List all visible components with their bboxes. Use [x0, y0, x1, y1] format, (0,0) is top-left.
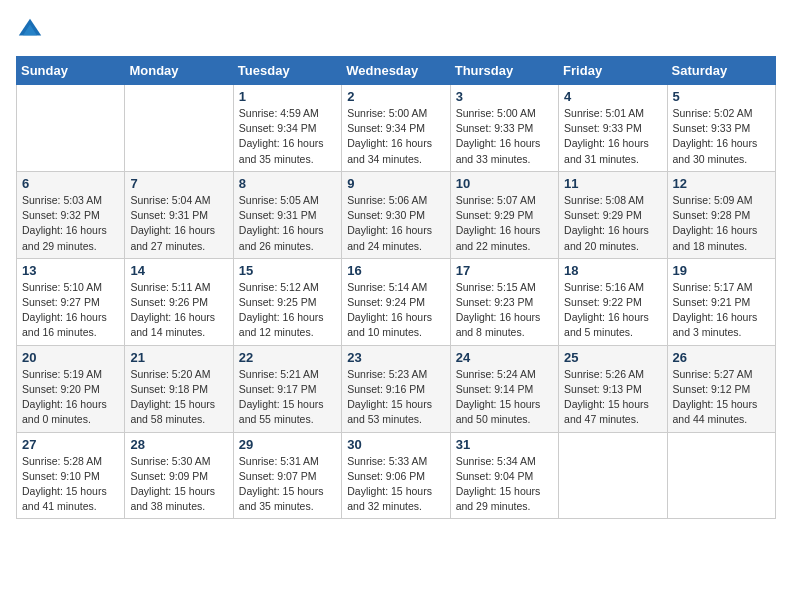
calendar-cell: 23Sunrise: 5:23 AM Sunset: 9:16 PM Dayli…	[342, 345, 450, 432]
logo	[16, 16, 48, 44]
day-info: Sunrise: 5:07 AM Sunset: 9:29 PM Dayligh…	[456, 193, 553, 254]
calendar-cell: 19Sunrise: 5:17 AM Sunset: 9:21 PM Dayli…	[667, 258, 775, 345]
day-info: Sunrise: 5:11 AM Sunset: 9:26 PM Dayligh…	[130, 280, 227, 341]
day-number: 8	[239, 176, 336, 191]
calendar-cell: 11Sunrise: 5:08 AM Sunset: 9:29 PM Dayli…	[559, 171, 667, 258]
calendar-cell: 1Sunrise: 4:59 AM Sunset: 9:34 PM Daylig…	[233, 85, 341, 172]
weekday-header: Tuesday	[233, 57, 341, 85]
calendar-cell: 14Sunrise: 5:11 AM Sunset: 9:26 PM Dayli…	[125, 258, 233, 345]
calendar-cell	[667, 432, 775, 519]
day-number: 10	[456, 176, 553, 191]
weekday-header: Wednesday	[342, 57, 450, 85]
calendar-week-row: 20Sunrise: 5:19 AM Sunset: 9:20 PM Dayli…	[17, 345, 776, 432]
calendar-cell: 3Sunrise: 5:00 AM Sunset: 9:33 PM Daylig…	[450, 85, 558, 172]
day-info: Sunrise: 5:02 AM Sunset: 9:33 PM Dayligh…	[673, 106, 770, 167]
day-info: Sunrise: 5:12 AM Sunset: 9:25 PM Dayligh…	[239, 280, 336, 341]
calendar-cell: 7Sunrise: 5:04 AM Sunset: 9:31 PM Daylig…	[125, 171, 233, 258]
calendar-cell: 9Sunrise: 5:06 AM Sunset: 9:30 PM Daylig…	[342, 171, 450, 258]
day-number: 5	[673, 89, 770, 104]
calendar-cell: 5Sunrise: 5:02 AM Sunset: 9:33 PM Daylig…	[667, 85, 775, 172]
day-number: 17	[456, 263, 553, 278]
day-info: Sunrise: 5:00 AM Sunset: 9:34 PM Dayligh…	[347, 106, 444, 167]
day-info: Sunrise: 5:01 AM Sunset: 9:33 PM Dayligh…	[564, 106, 661, 167]
day-info: Sunrise: 5:10 AM Sunset: 9:27 PM Dayligh…	[22, 280, 119, 341]
day-info: Sunrise: 4:59 AM Sunset: 9:34 PM Dayligh…	[239, 106, 336, 167]
calendar-cell: 24Sunrise: 5:24 AM Sunset: 9:14 PM Dayli…	[450, 345, 558, 432]
day-number: 12	[673, 176, 770, 191]
calendar-cell: 2Sunrise: 5:00 AM Sunset: 9:34 PM Daylig…	[342, 85, 450, 172]
day-info: Sunrise: 5:17 AM Sunset: 9:21 PM Dayligh…	[673, 280, 770, 341]
day-info: Sunrise: 5:05 AM Sunset: 9:31 PM Dayligh…	[239, 193, 336, 254]
day-info: Sunrise: 5:16 AM Sunset: 9:22 PM Dayligh…	[564, 280, 661, 341]
day-info: Sunrise: 5:28 AM Sunset: 9:10 PM Dayligh…	[22, 454, 119, 515]
day-info: Sunrise: 5:14 AM Sunset: 9:24 PM Dayligh…	[347, 280, 444, 341]
calendar-cell: 30Sunrise: 5:33 AM Sunset: 9:06 PM Dayli…	[342, 432, 450, 519]
calendar-table: SundayMondayTuesdayWednesdayThursdayFrid…	[16, 56, 776, 519]
day-number: 25	[564, 350, 661, 365]
calendar-cell: 26Sunrise: 5:27 AM Sunset: 9:12 PM Dayli…	[667, 345, 775, 432]
weekday-header: Monday	[125, 57, 233, 85]
day-info: Sunrise: 5:30 AM Sunset: 9:09 PM Dayligh…	[130, 454, 227, 515]
calendar-cell: 17Sunrise: 5:15 AM Sunset: 9:23 PM Dayli…	[450, 258, 558, 345]
day-info: Sunrise: 5:26 AM Sunset: 9:13 PM Dayligh…	[564, 367, 661, 428]
calendar-cell: 15Sunrise: 5:12 AM Sunset: 9:25 PM Dayli…	[233, 258, 341, 345]
day-number: 16	[347, 263, 444, 278]
day-number: 28	[130, 437, 227, 452]
day-number: 9	[347, 176, 444, 191]
day-number: 1	[239, 89, 336, 104]
logo-icon	[16, 16, 44, 44]
day-number: 15	[239, 263, 336, 278]
day-info: Sunrise: 5:31 AM Sunset: 9:07 PM Dayligh…	[239, 454, 336, 515]
day-info: Sunrise: 5:09 AM Sunset: 9:28 PM Dayligh…	[673, 193, 770, 254]
day-number: 21	[130, 350, 227, 365]
calendar-week-row: 6Sunrise: 5:03 AM Sunset: 9:32 PM Daylig…	[17, 171, 776, 258]
day-info: Sunrise: 5:00 AM Sunset: 9:33 PM Dayligh…	[456, 106, 553, 167]
day-info: Sunrise: 5:04 AM Sunset: 9:31 PM Dayligh…	[130, 193, 227, 254]
calendar-cell: 20Sunrise: 5:19 AM Sunset: 9:20 PM Dayli…	[17, 345, 125, 432]
weekday-header: Sunday	[17, 57, 125, 85]
calendar-cell: 31Sunrise: 5:34 AM Sunset: 9:04 PM Dayli…	[450, 432, 558, 519]
day-number: 13	[22, 263, 119, 278]
day-number: 31	[456, 437, 553, 452]
calendar-cell	[17, 85, 125, 172]
day-number: 19	[673, 263, 770, 278]
day-info: Sunrise: 5:34 AM Sunset: 9:04 PM Dayligh…	[456, 454, 553, 515]
calendar-cell: 25Sunrise: 5:26 AM Sunset: 9:13 PM Dayli…	[559, 345, 667, 432]
day-number: 29	[239, 437, 336, 452]
day-info: Sunrise: 5:19 AM Sunset: 9:20 PM Dayligh…	[22, 367, 119, 428]
calendar-cell	[125, 85, 233, 172]
day-number: 11	[564, 176, 661, 191]
day-number: 26	[673, 350, 770, 365]
calendar-week-row: 1Sunrise: 4:59 AM Sunset: 9:34 PM Daylig…	[17, 85, 776, 172]
day-info: Sunrise: 5:06 AM Sunset: 9:30 PM Dayligh…	[347, 193, 444, 254]
weekday-header: Friday	[559, 57, 667, 85]
calendar-cell: 10Sunrise: 5:07 AM Sunset: 9:29 PM Dayli…	[450, 171, 558, 258]
calendar-cell: 29Sunrise: 5:31 AM Sunset: 9:07 PM Dayli…	[233, 432, 341, 519]
calendar-cell: 21Sunrise: 5:20 AM Sunset: 9:18 PM Dayli…	[125, 345, 233, 432]
day-number: 18	[564, 263, 661, 278]
day-info: Sunrise: 5:21 AM Sunset: 9:17 PM Dayligh…	[239, 367, 336, 428]
calendar-cell: 27Sunrise: 5:28 AM Sunset: 9:10 PM Dayli…	[17, 432, 125, 519]
day-info: Sunrise: 5:03 AM Sunset: 9:32 PM Dayligh…	[22, 193, 119, 254]
day-number: 7	[130, 176, 227, 191]
day-number: 24	[456, 350, 553, 365]
day-info: Sunrise: 5:27 AM Sunset: 9:12 PM Dayligh…	[673, 367, 770, 428]
day-info: Sunrise: 5:08 AM Sunset: 9:29 PM Dayligh…	[564, 193, 661, 254]
day-number: 4	[564, 89, 661, 104]
day-number: 27	[22, 437, 119, 452]
calendar-cell: 18Sunrise: 5:16 AM Sunset: 9:22 PM Dayli…	[559, 258, 667, 345]
calendar-cell: 6Sunrise: 5:03 AM Sunset: 9:32 PM Daylig…	[17, 171, 125, 258]
calendar-cell	[559, 432, 667, 519]
page-header	[16, 16, 776, 44]
day-number: 2	[347, 89, 444, 104]
weekday-header: Thursday	[450, 57, 558, 85]
day-info: Sunrise: 5:15 AM Sunset: 9:23 PM Dayligh…	[456, 280, 553, 341]
calendar-cell: 12Sunrise: 5:09 AM Sunset: 9:28 PM Dayli…	[667, 171, 775, 258]
day-number: 30	[347, 437, 444, 452]
calendar-cell: 22Sunrise: 5:21 AM Sunset: 9:17 PM Dayli…	[233, 345, 341, 432]
calendar-cell: 8Sunrise: 5:05 AM Sunset: 9:31 PM Daylig…	[233, 171, 341, 258]
day-number: 6	[22, 176, 119, 191]
weekday-header: Saturday	[667, 57, 775, 85]
calendar-cell: 28Sunrise: 5:30 AM Sunset: 9:09 PM Dayli…	[125, 432, 233, 519]
day-number: 20	[22, 350, 119, 365]
